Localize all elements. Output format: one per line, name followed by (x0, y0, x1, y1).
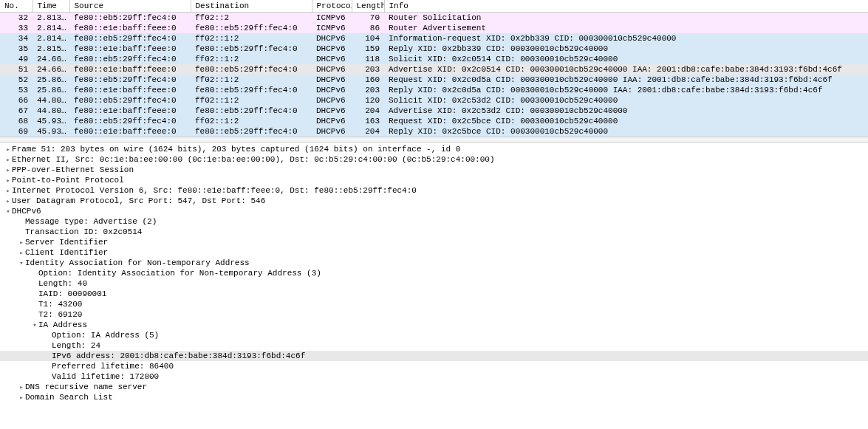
chevron-right-icon[interactable]: ▸ (18, 248, 25, 258)
cell-src: fe80::eb5:29ff:fec4:0 (69, 95, 191, 106)
tree-node-label: Identity Association for Non-temporary A… (25, 258, 250, 267)
tree-node[interactable]: Message type: Advertise (2) (0, 216, 868, 227)
tree-node[interactable]: ▸Frame 51: 203 bytes on wire (1624 bits)… (0, 144, 868, 154)
tree-node[interactable]: ▸Ethernet II, Src: 0c:1e:ba:ee:00:00 (0c… (0, 154, 868, 165)
chevron-down-icon[interactable]: ▾ (18, 258, 25, 268)
tree-node[interactable]: ▸Domain Search List (0, 392, 868, 402)
cell-proto: DHCPv6 (312, 126, 352, 137)
packet-list-header[interactable]: No.TimeSourceDestinationProtocolLengthIn… (0, 0, 868, 13)
cell-len: 204 (352, 106, 384, 116)
cell-dst: ff02::1:2 (191, 33, 312, 44)
table-row[interactable]: 352.815…fe80::e1e:baff:feee:0fe80::eb5:2… (0, 44, 868, 54)
tree-node[interactable]: ▸Server Identifier (0, 237, 868, 247)
tree-node[interactable]: Preferred lifetime: 86400 (0, 361, 868, 371)
table-row[interactable]: 5325.86…fe80::e1e:baff:feee:0fe80::eb5:2… (0, 85, 868, 95)
tree-node[interactable]: Length: 40 (0, 278, 868, 289)
cell-time: 44.80… (33, 106, 69, 116)
cell-src: fe80::eb5:29ff:fec4:0 (69, 54, 191, 64)
column-header-info[interactable]: Info (384, 0, 868, 13)
column-header-time[interactable]: Time (33, 0, 69, 13)
tree-node[interactable]: ▾IA Address (0, 320, 868, 330)
cell-no: 33 (0, 23, 33, 33)
tree-node[interactable]: ▾DHCPv6 (0, 206, 868, 216)
table-row[interactable]: 5124.66…fe80::e1e:baff:feee:0fe80::eb5:2… (0, 64, 868, 75)
tree-node-label: IAID: 00090001 (38, 289, 106, 298)
cell-proto: ICMPv6 (312, 13, 352, 24)
tree-node-label: Ethernet II, Src: 0c:1e:ba:ee:00:00 (0c:… (12, 155, 495, 164)
packet-list-body[interactable]: 322.813…fe80::eb5:29ff:fec4:0ff02::2ICMP… (0, 13, 868, 137)
column-header-no[interactable]: No. (0, 0, 33, 13)
table-row[interactable]: 6744.80…fe80::e1e:baff:feee:0fe80::eb5:2… (0, 106, 868, 116)
tree-node[interactable]: ▸Point-to-Point Protocol (0, 175, 868, 185)
cell-src: fe80::eb5:29ff:fec4:0 (69, 33, 191, 44)
tree-node[interactable]: T1: 43200 (0, 299, 868, 309)
cell-no: 53 (0, 85, 33, 95)
table-row[interactable]: 6845.93…fe80::eb5:29ff:fec4:0ff02::1:2DH… (0, 116, 868, 126)
cell-no: 52 (0, 75, 33, 85)
tree-node-label: DHCPv6 (12, 207, 41, 216)
tree-node[interactable]: Valid lifetime: 172800 (0, 371, 868, 382)
tree-node[interactable]: ▸Internet Protocol Version 6, Src: fe80:… (0, 185, 868, 196)
pane-divider[interactable] (0, 137, 868, 143)
tree-node[interactable]: IPv6 address: 2001:db8:cafe:babe:384d:31… (0, 351, 868, 361)
chevron-right-icon[interactable]: ▸ (4, 176, 12, 185)
tree-node[interactable]: ▸PPP-over-Ethernet Session (0, 165, 868, 175)
cell-time: 2.815… (33, 44, 69, 54)
packet-list-table: No.TimeSourceDestinationProtocolLengthIn… (0, 0, 868, 137)
chevron-right-icon[interactable]: ▸ (4, 186, 12, 196)
cell-src: fe80::eb5:29ff:fec4:0 (69, 75, 191, 85)
tree-node[interactable]: ▸Client Identifier (0, 247, 868, 258)
tree-node[interactable]: Option: Identity Association for Non-tem… (0, 268, 868, 278)
cell-no: 69 (0, 126, 33, 137)
cell-no: 49 (0, 54, 33, 64)
table-row[interactable]: 6644.80…fe80::eb5:29ff:fec4:0ff02::1:2DH… (0, 95, 868, 106)
chevron-down-icon[interactable]: ▾ (31, 320, 38, 330)
cell-dst: ff02::1:2 (191, 75, 312, 85)
table-row[interactable]: 5225.86…fe80::eb5:29ff:fec4:0ff02::1:2DH… (0, 75, 868, 85)
cell-proto: DHCPv6 (312, 54, 352, 64)
cell-no: 35 (0, 44, 33, 54)
tree-node-label: Frame 51: 203 bytes on wire (1624 bits),… (12, 145, 460, 154)
tree-node-label: User Datagram Protocol, Src Port: 547, D… (12, 196, 265, 205)
chevron-right-icon[interactable]: ▸ (18, 238, 25, 247)
cell-proto: DHCPv6 (312, 116, 352, 126)
tree-node-label: Preferred lifetime: 86400 (52, 362, 174, 371)
tree-node[interactable]: T2: 69120 (0, 309, 868, 320)
chevron-right-icon[interactable]: ▸ (4, 155, 12, 165)
column-header-length[interactable]: Length (352, 0, 384, 13)
chevron-right-icon[interactable]: ▸ (18, 382, 25, 392)
table-row[interactable]: 4924.66…fe80::eb5:29ff:fec4:0ff02::1:2DH… (0, 54, 868, 64)
tree-node[interactable]: Length: 24 (0, 340, 868, 351)
tree-node-label: Option: IA Address (5) (52, 331, 159, 340)
chevron-right-icon[interactable]: ▸ (4, 196, 12, 206)
cell-time: 2.814… (33, 23, 69, 33)
chevron-right-icon[interactable]: ▸ (18, 393, 25, 402)
cell-len: 163 (352, 116, 384, 126)
chevron-down-icon[interactable]: ▾ (4, 207, 12, 216)
cell-info: Solicit XID: 0x2c0514 CID: 000300010cb52… (384, 54, 868, 64)
table-row[interactable]: 322.813…fe80::eb5:29ff:fec4:0ff02::2ICMP… (0, 13, 868, 24)
tree-node[interactable]: ▾Identity Association for Non-temporary … (0, 258, 868, 268)
table-row[interactable]: 6945.93…fe80::e1e:baff:feee:0fe80::eb5:2… (0, 126, 868, 137)
cell-time: 25.86… (33, 75, 69, 85)
chevron-right-icon[interactable]: ▸ (4, 165, 12, 175)
column-header-destination[interactable]: Destination (191, 0, 312, 13)
column-header-source[interactable]: Source (69, 0, 191, 13)
cell-dst: ff02::1:2 (191, 95, 312, 106)
tree-node[interactable]: Option: IA Address (5) (0, 330, 868, 340)
tree-node[interactable]: IAID: 00090001 (0, 289, 868, 299)
table-row[interactable]: 332.814…fe80::e1e:baff:feee:0fe80::eb5:2… (0, 23, 868, 33)
table-row[interactable]: 342.814…fe80::eb5:29ff:fec4:0ff02::1:2DH… (0, 33, 868, 44)
cell-src: fe80::e1e:baff:feee:0 (69, 23, 191, 33)
column-header-protocol[interactable]: Protocol (312, 0, 352, 13)
cell-no: 34 (0, 33, 33, 44)
cell-proto: DHCPv6 (312, 106, 352, 116)
chevron-right-icon[interactable]: ▸ (4, 145, 12, 154)
packet-details-tree[interactable]: ▸Frame 51: 203 bytes on wire (1624 bits)… (0, 143, 868, 407)
tree-node[interactable]: Transaction ID: 0x2c0514 (0, 227, 868, 237)
tree-node[interactable]: ▸User Datagram Protocol, Src Port: 547, … (0, 196, 868, 206)
cell-time: 45.93… (33, 116, 69, 126)
tree-node[interactable]: ▸DNS recursive name server (0, 382, 868, 392)
cell-len: 120 (352, 95, 384, 106)
cell-dst: fe80::eb5:29ff:fec4:0 (191, 126, 312, 137)
